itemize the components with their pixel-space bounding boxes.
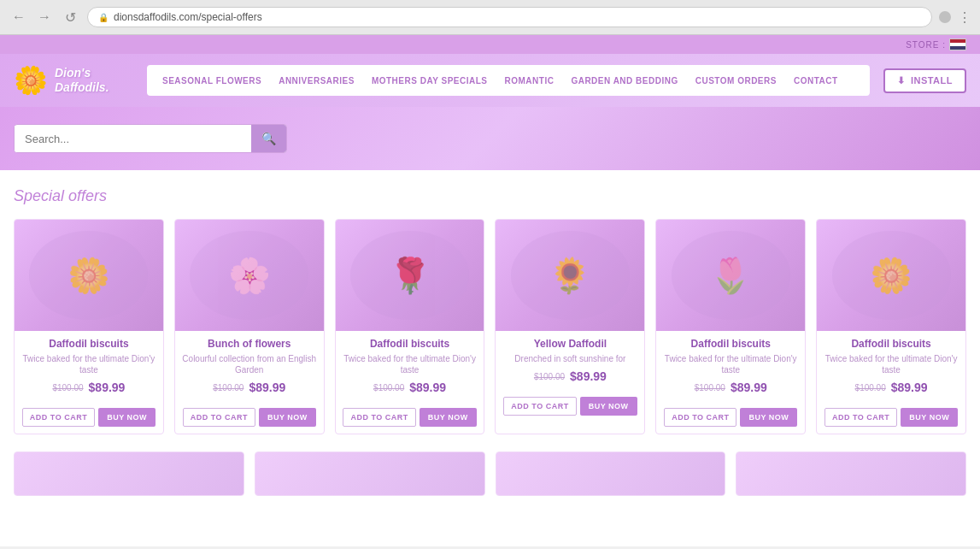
product-name: Bunch of flowers: [180, 338, 319, 350]
menu-dots[interactable]: ⋮: [958, 9, 971, 26]
product-image-inner: 🌹: [350, 231, 469, 320]
profile-icon[interactable]: [939, 11, 951, 23]
nav-custom[interactable]: CUSTOM ORDERS: [687, 76, 785, 86]
search-icon: 🔍: [261, 132, 276, 145]
price-old: $100.00: [534, 372, 565, 381]
product-actions: ADD TO CART BUY NOW: [496, 397, 644, 422]
product-card[interactable]: 🌼 Daffodil biscuits Twice baked for the …: [816, 219, 966, 434]
search-input[interactable]: [15, 126, 251, 152]
buy-now-button[interactable]: BUY NOW: [259, 408, 316, 427]
flag-icon: [949, 38, 966, 50]
address-bar[interactable]: 🔒 dionsdaffodils.com/special-offers: [87, 7, 932, 27]
product-card-bottom[interactable]: [255, 452, 485, 496]
product-info: Bunch of flowers Colourful collection fr…: [175, 331, 324, 408]
top-bar: STORE :: [0, 35, 980, 54]
product-image-inner: 🌼: [29, 231, 148, 320]
product-name: Daffodil biscuits: [822, 338, 960, 350]
content-area: Special offers 🌼 Daffodil biscuits Twice…: [0, 170, 980, 513]
product-desc: Twice baked for the ultimate Dion'y tast…: [822, 353, 960, 375]
price-old: $100.00: [855, 383, 886, 393]
add-to-cart-button[interactable]: ADD TO CART: [343, 408, 415, 427]
price-old: $100.00: [52, 383, 83, 393]
product-image: 🌸: [175, 220, 324, 331]
download-icon: ⬇: [897, 75, 906, 86]
product-image: 🌼: [817, 220, 965, 331]
header-main: 🌼 Dion's Daffodils. SEASONAL FLOWERS ANN…: [0, 54, 980, 107]
nav-anniversaries[interactable]: ANNIVERSARIES: [270, 76, 363, 86]
buy-now-button[interactable]: BUY NOW: [901, 408, 958, 427]
back-button[interactable]: ←: [9, 7, 29, 27]
price-old: $100.00: [213, 383, 244, 393]
product-card[interactable]: 🌷 Daffodil biscuits Twice baked for the …: [655, 219, 806, 434]
product-image-bottom: [736, 452, 965, 495]
website-content: STORE : 🌼 Dion's Daffodils. SEASONAL FLO…: [0, 35, 980, 546]
nav-mothers-day[interactable]: MOTHERS DAY SPECIALS: [363, 76, 496, 86]
product-image: 🌻: [496, 220, 644, 331]
product-card-bottom[interactable]: [496, 452, 726, 496]
nav-contact[interactable]: CONTACT: [785, 76, 847, 86]
product-actions: ADD TO CART BUY NOW: [817, 408, 965, 434]
product-desc: Colourful collection from an English Gar…: [180, 353, 319, 375]
product-desc: Twice baked for the ultimate Dion'y tast…: [661, 353, 800, 375]
add-to-cart-button[interactable]: ADD TO CART: [664, 408, 736, 427]
product-actions: ADD TO CART BUY NOW: [336, 408, 484, 434]
price-old: $100.00: [695, 383, 725, 393]
product-card-bottom[interactable]: [14, 452, 244, 496]
browser-nav: ← → ↺: [9, 7, 80, 27]
product-desc: Twice baked for the ultimate Dion'y tast…: [341, 353, 479, 375]
product-image-inner: 🌻: [511, 231, 630, 320]
nav-seasonal-flowers[interactable]: SEASONAL FLOWERS: [154, 76, 270, 86]
add-to-cart-button[interactable]: ADD TO CART: [503, 397, 576, 416]
buy-now-button[interactable]: BUY NOW: [580, 397, 637, 416]
product-pricing: $100.00 $89.99: [180, 381, 319, 394]
logo-flower-icon: 🌼: [14, 64, 48, 97]
product-image: 🌷: [656, 220, 805, 331]
product-desc: Drenched in soft sunshine for: [501, 353, 639, 364]
buy-now-button[interactable]: BUY NOW: [420, 408, 477, 427]
price-new: $89.99: [570, 369, 607, 383]
product-pricing: $100.00 $89.99: [20, 381, 158, 394]
nav-romantic[interactable]: ROMANTIC: [496, 76, 563, 86]
product-pricing: $100.00 $89.99: [822, 381, 960, 394]
logo-text: Dion's Daffodils.: [55, 66, 109, 95]
product-name: Daffodil biscuits: [341, 338, 479, 350]
product-info: Daffodil biscuits Twice baked for the ul…: [656, 331, 805, 408]
main-nav: SEASONAL FLOWERS ANNIVERSARIES MOTHERS D…: [147, 65, 870, 96]
product-card-bottom[interactable]: [736, 452, 966, 496]
nav-garden[interactable]: GARDEN AND BEDDING: [562, 76, 686, 86]
site-header: STORE : 🌼 Dion's Daffodils. SEASONAL FLO…: [0, 35, 980, 107]
browser-chrome: ← → ↺ 🔒 dionsdaffodils.com/special-offer…: [0, 0, 980, 35]
product-image: 🌹: [336, 220, 484, 331]
add-to-cart-button[interactable]: ADD TO CART: [824, 408, 897, 427]
logo-area: 🌼 Dion's Daffodils.: [14, 64, 133, 97]
product-name: Daffodil biscuits: [20, 338, 158, 350]
product-card[interactable]: 🌼 Daffodil biscuits Twice baked for the …: [14, 219, 164, 434]
buy-now-button[interactable]: BUY NOW: [740, 408, 797, 427]
product-actions: ADD TO CART BUY NOW: [656, 408, 805, 434]
product-desc: Twice baked for the ultimate Dion'y tast…: [20, 353, 158, 375]
section-title: Special offers: [14, 187, 966, 205]
product-actions: ADD TO CART BUY NOW: [15, 408, 163, 434]
product-image-bottom: [496, 452, 725, 495]
product-card[interactable]: 🌻 Yellow Daffodil Drenched in soft sunsh…: [495, 219, 645, 434]
lock-icon: 🔒: [98, 13, 109, 22]
search-bar: 🔍: [14, 124, 287, 153]
address-text: dionsdaffodils.com/special-offers: [114, 11, 262, 23]
forward-button[interactable]: →: [34, 7, 55, 27]
reload-button[interactable]: ↺: [60, 7, 80, 27]
product-name: Daffodil biscuits: [661, 338, 800, 350]
product-image-bottom: [255, 452, 484, 495]
store-label: STORE :: [906, 38, 966, 50]
product-info: Daffodil biscuits Twice baked for the ul…: [817, 331, 965, 408]
buy-now-button[interactable]: BUY NOW: [98, 408, 156, 427]
search-button[interactable]: 🔍: [251, 125, 286, 152]
price-new: $89.99: [89, 381, 126, 394]
hero-area: 🔍: [0, 107, 980, 170]
product-card[interactable]: 🌸 Bunch of flowers Colourful collection …: [174, 219, 325, 434]
add-to-cart-button[interactable]: ADD TO CART: [22, 408, 95, 427]
install-button[interactable]: ⬇ INSTALL: [883, 68, 966, 93]
product-name: Yellow Daffodil: [501, 338, 639, 350]
product-grid-bottom: [14, 452, 966, 496]
product-card[interactable]: 🌹 Daffodil biscuits Twice baked for the …: [335, 219, 485, 434]
add-to-cart-button[interactable]: ADD TO CART: [183, 408, 255, 427]
